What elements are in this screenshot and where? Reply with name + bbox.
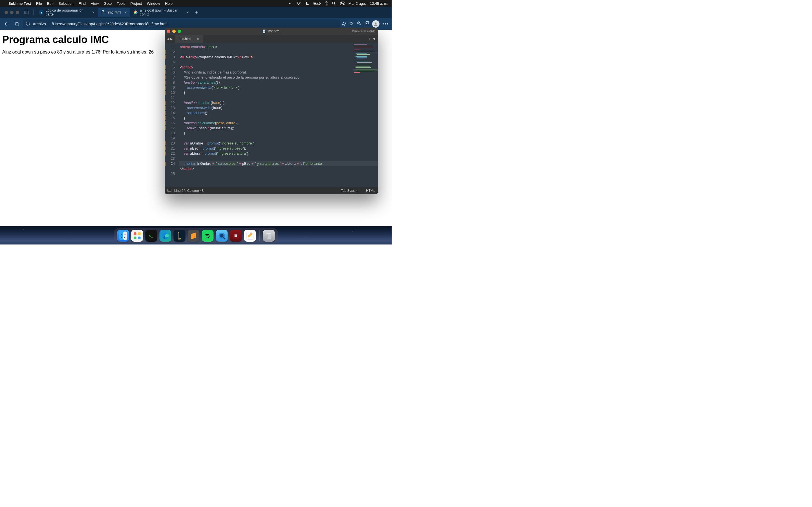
svg-rect-16 — [354, 45, 367, 45]
control-center-icon[interactable] — [340, 1, 345, 5]
dock-spotify[interactable] — [202, 230, 213, 242]
svg-point-40 — [124, 234, 125, 235]
dock-trash[interactable] — [263, 230, 274, 242]
dnd-moon-icon[interactable] — [305, 1, 310, 6]
svg-rect-18 — [354, 50, 359, 50]
close-tab-icon[interactable]: × — [124, 10, 127, 15]
airdrop-icon[interactable] — [288, 1, 292, 6]
dock-finder[interactable] — [117, 230, 129, 242]
browser-tab-1[interactable]: a Lógica de programación parte × — [36, 8, 98, 17]
svg-rect-28 — [356, 65, 371, 65]
panel-switcher-icon[interactable] — [167, 189, 171, 193]
svg-rect-29 — [356, 66, 370, 66]
svg-rect-26 — [356, 61, 370, 61]
svg-rect-24 — [357, 57, 367, 58]
dock-iterm[interactable]: $_ — [145, 230, 157, 242]
svg-rect-3 — [320, 3, 320, 4]
close-tab-icon[interactable]: × — [187, 10, 189, 15]
app-name[interactable]: Sublime Text — [8, 1, 31, 6]
profile-avatar[interactable] — [372, 20, 379, 27]
new-tab-button[interactable] — [192, 8, 201, 17]
reload-button[interactable] — [13, 20, 21, 28]
menu-selection[interactable]: Selection — [58, 1, 73, 6]
svg-rect-38 — [123, 231, 127, 240]
navigate-history[interactable]: ◀ ▶ — [165, 35, 175, 43]
dock-launchpad[interactable] — [131, 230, 143, 242]
close-tab-icon[interactable]: × — [92, 10, 94, 15]
dock-league[interactable] — [173, 230, 185, 242]
svg-point-0 — [290, 3, 290, 3]
tab-dropdown-icon[interactable]: ▾ — [373, 37, 375, 41]
browser-tabstrip: a Lógica de programación parte × imc.htm… — [0, 7, 392, 18]
collections-icon[interactable] — [364, 21, 369, 27]
favorite-star-icon[interactable] — [349, 21, 354, 27]
svg-point-39 — [121, 234, 121, 235]
back-button[interactable] — [3, 20, 11, 28]
site-info-icon[interactable]: ⓘ — [26, 21, 30, 26]
dock-quicktime[interactable] — [216, 230, 227, 242]
url-protocol: Archivo — [33, 22, 46, 26]
more-menu-icon[interactable]: ••• — [382, 21, 389, 26]
dock: $_ — [114, 228, 278, 243]
menubar-time[interactable]: 12:45 a. m. — [370, 1, 388, 6]
menu-goto[interactable]: Goto — [104, 1, 112, 6]
svg-rect-21 — [356, 53, 367, 54]
tab-label: Lógica de programación parte — [46, 8, 89, 16]
menu-edit[interactable]: Edit — [47, 1, 53, 6]
dock-edge[interactable] — [159, 230, 171, 242]
svg-rect-42 — [138, 232, 140, 235]
close-window-icon[interactable] — [167, 30, 170, 33]
browser-traffic-lights[interactable] — [2, 11, 22, 14]
minimap[interactable] — [353, 43, 378, 187]
svg-rect-30 — [356, 67, 371, 68]
read-aloud-icon[interactable]: A⁾ — [342, 21, 346, 27]
menu-help[interactable]: Help — [165, 1, 172, 6]
sublime-editor[interactable]: 1234567891011121314151617181920212223242… — [165, 43, 378, 187]
minimize-window-icon[interactable] — [172, 30, 175, 33]
cursor-position: Line 24, Column 48 — [174, 189, 204, 193]
file-tab-label: imc.html — [179, 37, 192, 41]
macos-menubar: Sublime Text File Edit Selection Find Vi… — [0, 0, 392, 7]
menu-view[interactable]: View — [91, 1, 99, 6]
sublime-file-tab[interactable]: imc.html × — [175, 35, 203, 43]
svg-rect-23 — [356, 56, 367, 57]
menu-project[interactable]: Project — [131, 1, 142, 6]
svg-rect-35 — [168, 189, 171, 191]
svg-point-8 — [341, 2, 342, 3]
code-area[interactable]: <meta charset="utf-8"> <h1><big>Programa… — [176, 43, 378, 187]
favorites-bar-icon[interactable] — [356, 21, 361, 27]
bluetooth-icon[interactable] — [325, 1, 327, 6]
new-file-icon[interactable]: + — [368, 37, 370, 41]
svg-rect-22 — [357, 54, 370, 55]
zoom-window-icon[interactable] — [177, 30, 181, 33]
dock-sublime[interactable] — [188, 230, 199, 242]
tab-size[interactable]: Tab Size: 4 — [341, 189, 357, 193]
address-bar[interactable]: ⓘ Archivo /Users/amaury/Desktop/Logica%2… — [23, 19, 340, 29]
favicon-alura: a — [39, 10, 43, 15]
line-gutter[interactable]: 1234567891011121314151617181920212223242… — [165, 43, 176, 187]
menubar-date[interactable]: Mar 2 ago. — [349, 1, 366, 6]
menu-tools[interactable]: Tools — [117, 1, 125, 6]
sublime-titlebar[interactable]: <> imc.html UNREGISTERED — [165, 27, 378, 35]
browser-tab-2[interactable]: imc.html × — [98, 8, 130, 17]
tab-actions-icon[interactable] — [22, 8, 31, 17]
menu-window[interactable]: Window — [147, 1, 160, 6]
menu-find[interactable]: Find — [79, 1, 86, 6]
svg-rect-20 — [356, 52, 376, 52]
dock-notes[interactable] — [244, 230, 256, 242]
svg-rect-34 — [354, 72, 360, 73]
sublime-tabbar: ◀ ▶ imc.html × + ▾ — [165, 35, 378, 43]
battery-icon[interactable] — [313, 1, 321, 5]
menu-file[interactable]: File — [36, 1, 42, 6]
spotlight-icon[interactable] — [332, 1, 336, 6]
wifi-icon[interactable] — [296, 1, 301, 6]
url-path: /Users/amaury/Desktop/Logica%20de%20Prog… — [52, 22, 167, 26]
svg-rect-17 — [354, 47, 373, 47]
favicon-google-icon — [134, 10, 138, 15]
close-file-tab-icon[interactable]: × — [197, 37, 199, 41]
window-controls[interactable] — [167, 30, 181, 33]
dock-amd[interactable] — [230, 230, 242, 242]
browser-tab-3[interactable]: ainz ooal gown - Buscar con G × — [130, 8, 192, 17]
svg-point-5 — [332, 2, 335, 4]
syntax-mode[interactable]: HTML — [366, 189, 375, 193]
